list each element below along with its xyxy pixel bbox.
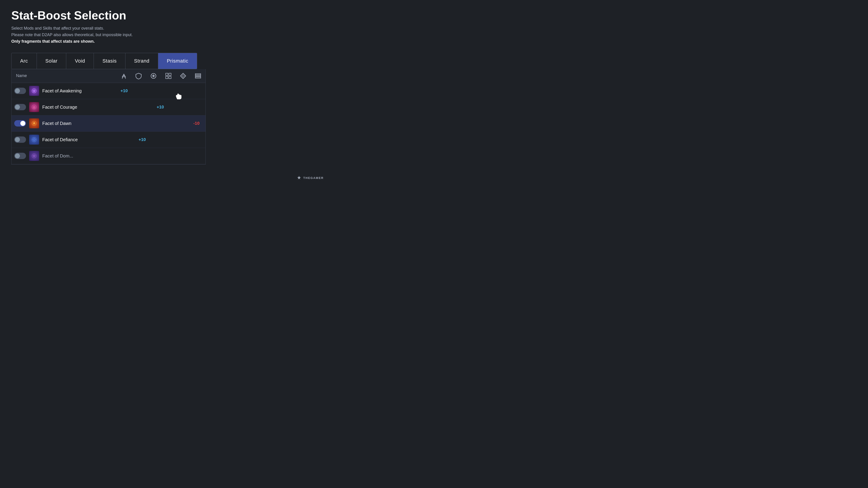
row-stats-courage: +10 [97, 105, 206, 109]
awakening-img [31, 88, 37, 94]
tab-stasis[interactable]: Stasis [94, 53, 125, 69]
stat-mobility-defiance [97, 137, 115, 142]
svg-rect-7 [169, 76, 171, 78]
subtitle-line1: Select Mods and Skills that affect your … [11, 25, 318, 32]
stat-recovery-defiance: +10 [133, 137, 151, 142]
watermark-text: THEGAMER [303, 176, 324, 180]
table-header: Name [11, 69, 206, 83]
row-left-awakening: Facet of Awakening [11, 86, 97, 96]
svg-rect-11 [195, 75, 201, 76]
stat-recovery-dawn [133, 121, 151, 126]
stat-resilience-awakening: +10 [115, 88, 133, 93]
svg-marker-19 [297, 176, 301, 180]
stat-recovery-awakening [133, 88, 151, 93]
toggle-defiance[interactable] [14, 136, 26, 143]
subtitle-line2: Please note that D2AP also allows theore… [11, 32, 318, 38]
intellect-col-header [176, 72, 191, 79]
resilience-col-header [131, 72, 146, 79]
discipline-icon [165, 72, 172, 79]
stat-discipline-defiance [151, 137, 169, 142]
stat-resilience-courage [115, 105, 133, 109]
toggle-domain[interactable] [14, 153, 26, 159]
tab-strand[interactable]: Strand [125, 53, 158, 69]
svg-rect-12 [195, 77, 201, 78]
svg-marker-9 [182, 74, 184, 77]
table-row-dawn: Facet of Dawn -10 [11, 116, 206, 132]
stat-mobility-awakening [97, 88, 115, 93]
toggle-knob-defiance [15, 137, 20, 142]
strength-col-header [191, 72, 206, 79]
stat-resilience-defiance [115, 137, 133, 142]
svg-rect-10 [195, 74, 201, 75]
icon-dawn [29, 119, 39, 128]
row-stats-defiance: +10 [97, 137, 206, 142]
tab-arc[interactable]: Arc [11, 53, 37, 69]
stat-mobility-dawn [97, 121, 115, 126]
svg-rect-5 [169, 73, 171, 75]
stat-recovery-courage [133, 105, 151, 109]
stat-strength-dawn: -10 [187, 121, 206, 126]
discipline-col-header [161, 72, 176, 79]
item-name-courage: Facet of Courage [42, 105, 77, 110]
main-container: Stat-Boost Selection Select Mods and Ski… [0, 0, 329, 171]
row-stats-dawn: -10 [97, 121, 206, 126]
intellect-icon [180, 72, 187, 79]
mobility-col-header [116, 72, 131, 79]
table-row-courage: Facet of Courage +10 [11, 99, 206, 116]
item-name-awakening: Facet of Awakening [42, 88, 82, 94]
row-stats-awakening: +10 [97, 88, 206, 93]
domain-img [31, 153, 37, 159]
tab-prismatic[interactable]: Prismatic [158, 53, 197, 69]
row-left-courage: Facet of Courage [11, 102, 97, 112]
icon-courage [29, 102, 39, 112]
resilience-icon [135, 72, 142, 79]
watermark: THEGAMER [297, 175, 324, 180]
stat-resilience-dawn [115, 121, 133, 126]
item-name-dawn: Facet of Dawn [42, 121, 71, 126]
thegamer-icon [297, 175, 302, 180]
item-name-defiance: Facet of Defiance [42, 137, 78, 142]
table-row-domain: Facet of Dom... [11, 148, 206, 164]
tab-void[interactable]: Void [66, 53, 94, 69]
tabs-container: Arc Solar Void Stasis Strand Prismatic [11, 53, 197, 69]
toggle-knob-dawn [20, 121, 25, 126]
row-left-dawn: Facet of Dawn [11, 119, 97, 128]
svg-marker-8 [180, 73, 186, 78]
table-section: Name [11, 69, 206, 164]
svg-rect-6 [166, 76, 168, 78]
recovery-col-header [146, 72, 161, 79]
defiance-img [31, 136, 37, 143]
strength-icon [194, 72, 202, 79]
toggle-courage[interactable] [14, 104, 26, 110]
icon-defiance [29, 135, 39, 144]
toggle-knob-awakening [15, 88, 20, 93]
stat-strength-courage [187, 105, 206, 109]
mobility-icon [120, 72, 127, 79]
stat-strength-awakening [187, 88, 206, 93]
row-left-defiance: Facet of Defiance [11, 135, 97, 144]
col-name-header: Name [11, 73, 116, 78]
stat-strength-defiance [187, 137, 206, 142]
stat-discipline-dawn [151, 121, 169, 126]
item-name-domain: Facet of Dom... [42, 153, 73, 159]
table-row-awakening: Facet of Awakening +10 [11, 83, 206, 99]
stat-intellect-courage [169, 105, 187, 109]
recovery-icon [150, 72, 157, 79]
svg-rect-4 [166, 73, 168, 75]
stat-intellect-defiance [169, 137, 187, 142]
icon-awakening [29, 86, 39, 96]
row-left-domain: Facet of Dom... [11, 151, 138, 161]
tab-solar[interactable]: Solar [37, 53, 66, 69]
stat-discipline-awakening [151, 88, 169, 93]
svg-point-16 [33, 122, 35, 124]
toggle-knob-courage [15, 105, 20, 109]
icon-domain [29, 151, 39, 161]
stat-intellect-awakening [169, 88, 187, 93]
stat-mobility-courage [97, 105, 115, 109]
subtitle-bold: Only fragments that affect stats are sho… [11, 39, 318, 44]
stat-discipline-courage: +10 [151, 105, 169, 109]
courage-img [31, 104, 37, 110]
toggle-awakening[interactable] [14, 88, 26, 94]
toggle-dawn[interactable] [14, 120, 26, 127]
page-title: Stat-Boost Selection [11, 9, 318, 22]
